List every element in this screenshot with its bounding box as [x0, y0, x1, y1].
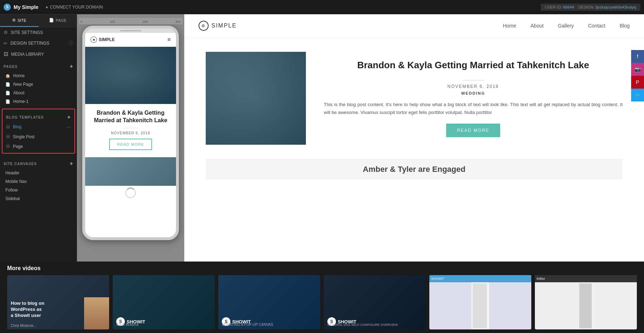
- app-name: My Simple: [14, 4, 38, 10]
- page-item-about[interactable]: 📄 About: [2, 89, 75, 97]
- add-page-button[interactable]: +: [70, 64, 73, 69]
- video-thumb-4[interactable]: S SHOWIT GENERAL DNS SELF-CONFIGURE OVER…: [324, 275, 426, 329]
- site-canvases-header: SITE CANVASES +: [0, 156, 77, 169]
- canvas-follow[interactable]: Follow: [2, 186, 75, 194]
- desktop-preview-panel: ⊛ SIMPLE Home About Gallery Contact Blog: [184, 14, 644, 262]
- video-thumb-img-1: How to blog onWordPress asa Showit user …: [7, 275, 109, 329]
- nav-blog[interactable]: Blog: [620, 23, 630, 29]
- blog-post-text: Brandon & Kayla Getting Married at Tahke…: [324, 52, 623, 145]
- phone-hero-image: [85, 47, 176, 104]
- video-subtitle-2: Click Actions: [116, 322, 138, 327]
- blog-template-page[interactable]: Ⓦ Page: [3, 141, 74, 151]
- canvas-sidebar[interactable]: Sidebar: [2, 194, 75, 203]
- logo-icon: S: [4, 4, 11, 11]
- top-bar: S My Simple ● CONNECT YOUR DOMAIN USER I…: [0, 0, 644, 14]
- wp-icon: Ⓦ: [6, 124, 10, 130]
- site-tab-icon: ⚙: [12, 18, 16, 23]
- video-thumb-1[interactable]: How to blog onWordPress asa Showit user …: [7, 275, 109, 329]
- nav-home[interactable]: Home: [503, 23, 516, 29]
- video-thumbnails: How to blog onWordPress asa Showit user …: [7, 275, 637, 329]
- user-info-box: USER ID: 66644 DESIGN: tjvzluqcrywih0v43…: [541, 4, 640, 11]
- page-item-home[interactable]: 🏠 Home: [2, 71, 75, 80]
- pinterest-button[interactable]: P: [631, 76, 644, 89]
- video-thumb-5[interactable]: SHOWIT: [429, 275, 531, 329]
- bottom-section: More videos How to blog onWordPress asa …: [0, 262, 644, 333]
- nav-gallery[interactable]: Gallery: [558, 23, 574, 29]
- sidebar-item-site-settings[interactable]: ⚙ SITE SETTINGS: [0, 27, 77, 38]
- phone-second-post-image: [85, 157, 176, 186]
- blog-post-category: WEDDING: [324, 91, 623, 95]
- page-icon: 🏠: [5, 74, 10, 78]
- blog-post-image: [206, 52, 306, 145]
- gear-icon: ⚙: [4, 30, 8, 35]
- edit-icon: ✏: [4, 41, 8, 46]
- more-videos-label: More videos: [7, 265, 637, 272]
- blog-post: Brandon & Kayla Getting Married at Tahke…: [206, 52, 623, 145]
- social-sidebar: f 📷 P 🐦: [631, 50, 644, 101]
- site-canvases-list: Header Mobile Nav Follow Sidebar: [0, 169, 77, 203]
- phone-site-logo: ⊛ SIMPLE: [91, 36, 115, 43]
- blog-templates-section: BLOG TEMPLATES + Ⓦ Blog ··· Ⓦ Single Pos…: [2, 109, 75, 154]
- pages-list: 🏠 Home 📄 New Page 📄 About 📄 Home-1: [0, 71, 77, 106]
- nav-about[interactable]: About: [531, 23, 544, 29]
- info-icon: ⓘ: [69, 40, 73, 46]
- video-thumb-6[interactable]: Editor: [535, 275, 637, 329]
- video-thumb-img-2: S SHOWIT Click Actions: [113, 275, 215, 329]
- phone-post-title: Brandon & Kayla Getting Married at Tahke…: [91, 109, 171, 124]
- content-area: 0 100 200 300 ⊛ SIMPLE ≡: [77, 14, 644, 262]
- page-item-home1[interactable]: 📄 Home-1: [2, 97, 75, 106]
- desktop-content: Brandon & Kayla Getting Married at Tahke…: [184, 38, 644, 262]
- phone-post-date: NOVEMBER 6, 2018: [91, 131, 171, 135]
- desktop-site-logo: ⊛ SIMPLE: [199, 21, 237, 31]
- sidebar: ⚙ SITE 📄 PAGE ⚙ SITE SETTINGS ✏ DESIGN S…: [0, 14, 77, 262]
- video-subtitle-3: CREATING A POP-UP CANVAS: [222, 323, 273, 327]
- video-thumb-2[interactable]: S SHOWIT Click Actions: [113, 275, 215, 329]
- second-post-title: Amber & Tyler are Engaged: [227, 165, 601, 174]
- video-thumb-3[interactable]: S SHOWIT CREATING A POP-UP CANVAS: [218, 275, 320, 329]
- main-layout: ⚙ SITE 📄 PAGE ⚙ SITE SETTINGS ✏ DESIGN S…: [0, 14, 644, 262]
- ruler: 0 100 200 300: [79, 18, 182, 24]
- video-subtitle-4: GENERAL DNS SELF-CONFIGURE OVERVIEW: [327, 323, 398, 327]
- page-item-new-page[interactable]: 📄 New Page: [2, 80, 75, 89]
- wp-icon: Ⓦ: [6, 144, 10, 149]
- page-icon: 📄: [5, 82, 10, 87]
- app-logo: S My Simple: [4, 4, 38, 11]
- media-icon: 🖼: [4, 51, 8, 57]
- connect-domain-button[interactable]: ● CONNECT YOUR DOMAIN: [45, 5, 103, 10]
- phone-notch: [85, 29, 176, 33]
- desktop-logo-icon: ⊛: [199, 21, 209, 31]
- add-blog-template-button[interactable]: +: [67, 114, 71, 120]
- video-creator-label: Chris Mistersk...: [11, 324, 36, 328]
- blog-templates-header: BLOG TEMPLATES +: [3, 111, 74, 122]
- add-canvas-button[interactable]: +: [70, 161, 73, 166]
- facebook-button[interactable]: f: [631, 50, 644, 63]
- blog-template-single-post[interactable]: Ⓦ Single Post: [3, 132, 74, 141]
- canvas-header[interactable]: Header: [2, 169, 75, 177]
- phone-header: ⊛ SIMPLE ≡: [85, 33, 176, 47]
- second-post-preview: Amber & Tyler are Engaged: [206, 159, 623, 179]
- tab-page[interactable]: 📄 PAGE: [39, 14, 77, 27]
- desktop-site-header: ⊛ SIMPLE Home About Gallery Contact Blog: [184, 14, 644, 38]
- desktop-nav: Home About Gallery Contact Blog: [503, 23, 630, 29]
- canvas-mobile-nav[interactable]: Mobile Nav: [2, 177, 75, 186]
- blog-post-title: Brandon & Kayla Getting Married at Tahke…: [324, 59, 623, 71]
- phone-loading-spinner: [85, 186, 176, 200]
- instagram-button[interactable]: 📷: [631, 63, 644, 76]
- wp-icon: Ⓦ: [6, 134, 10, 139]
- phone-read-more-button[interactable]: READ MORE: [109, 139, 152, 150]
- sidebar-item-media-library[interactable]: 🖼 MEDIA LIBRARY: [0, 49, 77, 59]
- blog-post-read-more-button[interactable]: READ MORE: [446, 124, 500, 137]
- video-thumb-img-3: S SHOWIT CREATING A POP-UP CANVAS: [218, 275, 320, 329]
- sidebar-item-design-settings[interactable]: ✏ DESIGN SETTINGS ⓘ: [0, 38, 77, 49]
- phone-screen: ⊛ SIMPLE ≡ Brandon & Kayla Getting Marri…: [85, 33, 176, 237]
- hamburger-menu-icon[interactable]: ≡: [167, 36, 171, 43]
- page-tab-icon: 📄: [49, 18, 54, 23]
- phone-logo-icon: ⊛: [91, 36, 97, 43]
- more-options-icon[interactable]: ···: [67, 124, 71, 130]
- phone-post-content: Brandon & Kayla Getting Married at Tahke…: [85, 104, 176, 155]
- nav-contact[interactable]: Contact: [588, 23, 605, 29]
- twitter-button[interactable]: 🐦: [631, 89, 644, 101]
- tab-site[interactable]: ⚙ SITE: [0, 14, 39, 27]
- blog-template-blog[interactable]: Ⓦ Blog ···: [3, 122, 74, 132]
- sidebar-tabs: ⚙ SITE 📄 PAGE: [0, 14, 77, 27]
